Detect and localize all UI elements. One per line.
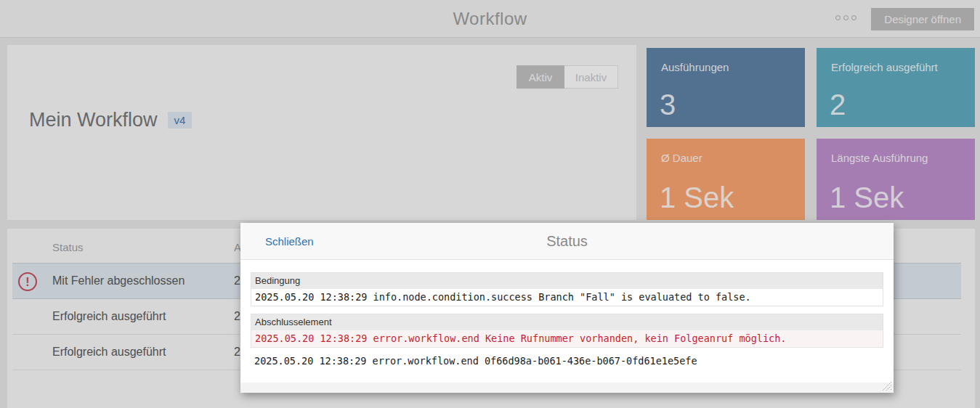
- log-line-error: 2025.05.20 12:38:29 error.workflow.end K…: [251, 330, 883, 347]
- resize-handle-icon[interactable]: [880, 380, 892, 391]
- modal-header: Schließen Status: [240, 223, 894, 260]
- modal-title: Status: [240, 223, 894, 260]
- log-section-heading: Bedingung: [251, 273, 883, 289]
- log-section-heading: Abschlusselement: [251, 314, 883, 330]
- log-section-bedingung: Bedingung 2025.05.20 12:38:29 info.node.…: [251, 272, 883, 306]
- log-line-end: 2025.05.20 12:38:29 error.workflow.end 0…: [254, 355, 697, 367]
- log-line-info: 2025.05.20 12:38:29 info.node.condition.…: [251, 289, 883, 306]
- page: Workflow Designer öffnen Mein Workflow v…: [0, 0, 980, 408]
- log-section-abschlusselement: Abschlusselement 2025.05.20 12:38:29 err…: [251, 314, 883, 348]
- status-modal: Schließen Status Bedingung 2025.05.20 12…: [240, 223, 894, 393]
- modal-footer: [240, 383, 894, 393]
